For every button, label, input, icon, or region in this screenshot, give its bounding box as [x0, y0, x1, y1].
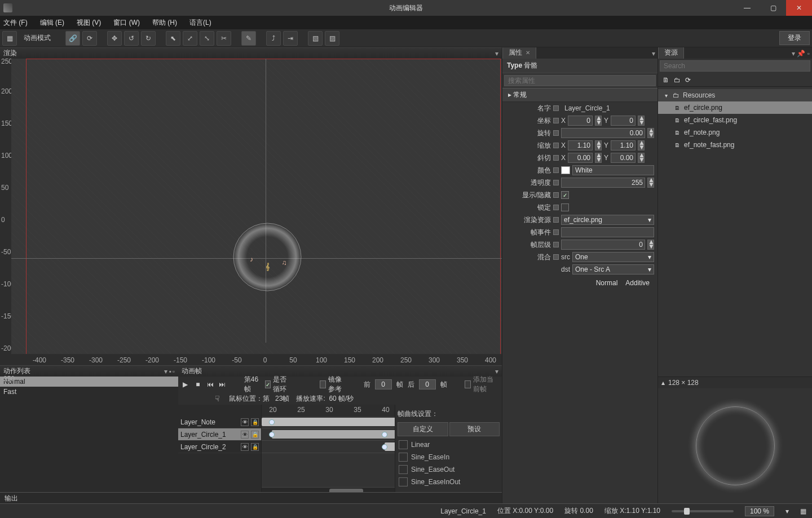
curve-tab-custom[interactable]: 自定义: [398, 422, 448, 436]
add-current-checkbox[interactable]: [465, 380, 471, 388]
zoom-value[interactable]: 100 %: [745, 506, 774, 516]
lock-icon[interactable]: 🔒: [251, 431, 259, 439]
curve-item[interactable]: Linear: [398, 439, 500, 451]
menu-window[interactable]: 窗口 (W): [113, 18, 140, 28]
chevron-down-icon[interactable]: ▾: [652, 50, 655, 57]
menu-language[interactable]: 语言(L): [189, 18, 211, 28]
folder-icon[interactable]: 🗀: [674, 76, 681, 84]
lock-icon[interactable]: 🔒: [251, 443, 259, 451]
viewport-canvas[interactable]: 𝄞 ♪ ♫ -400 -350 -300 -250 -200 -150 -100…: [11, 59, 502, 365]
spinner[interactable]: ▲▼: [595, 140, 602, 150]
rotate-cw-icon[interactable]: ↻: [141, 31, 156, 46]
group-general[interactable]: ▸ 常规: [502, 88, 657, 102]
blend-normal-button[interactable]: Normal: [593, 278, 621, 288]
close-icon[interactable]: ▫: [807, 50, 810, 57]
collapse-icon[interactable]: ▴: [661, 379, 665, 387]
chevron-down-icon[interactable]: ▾: [495, 368, 498, 375]
move-icon[interactable]: ✥: [107, 31, 122, 46]
chevron-down-icon[interactable]: ▾: [164, 368, 167, 375]
property-search[interactable]: [504, 75, 656, 86]
timeline-ruler[interactable]: 20 25 30 35 40 45 50 55 60 65: [262, 405, 395, 416]
spinner[interactable]: ▲▼: [638, 116, 645, 126]
cut-icon[interactable]: ✂: [217, 31, 231, 46]
frame-event-input[interactable]: [561, 227, 654, 237]
key-toggle[interactable]: [553, 217, 559, 223]
chevron-down-icon[interactable]: ▾: [495, 50, 498, 57]
next-frame-button[interactable]: ⏭: [219, 379, 227, 389]
menu-help[interactable]: 帮助 (H): [152, 18, 177, 28]
spinner[interactable]: ▲▼: [647, 128, 654, 138]
render-resource-select[interactable]: ef_circle.png▾: [561, 215, 654, 225]
menu-edit[interactable]: 编辑 (E): [40, 18, 64, 28]
toolbar-btn-new[interactable]: ▦: [2, 31, 17, 46]
rotate-ccw-icon[interactable]: ↺: [124, 31, 139, 46]
keyframe[interactable]: [269, 432, 275, 437]
key-toggle[interactable]: [553, 192, 559, 198]
layer-row[interactable]: Layer_Note👁🔒: [178, 416, 261, 428]
pin-icon[interactable]: 📌: [797, 50, 805, 57]
skew-x-input[interactable]: [568, 153, 593, 163]
key-toggle[interactable]: [553, 254, 559, 260]
tool-b-icon[interactable]: ⇥: [283, 31, 298, 46]
spinner[interactable]: ▲▼: [647, 240, 654, 250]
spinner[interactable]: ▲▼: [595, 116, 602, 126]
stop-button[interactable]: ■: [194, 379, 202, 389]
eye-icon[interactable]: 👁: [241, 443, 249, 451]
expand-icon[interactable]: ⤡: [200, 31, 214, 46]
minimize-button[interactable]: —: [734, 0, 760, 16]
lock-icon[interactable]: 🔒: [251, 418, 259, 426]
chevron-down-icon[interactable]: ▾: [792, 50, 795, 57]
action-item[interactable]: Fast: [0, 387, 178, 397]
tree-item[interactable]: 🗎ef_note_fast.png: [658, 139, 812, 151]
spinner[interactable]: ▲▼: [595, 153, 602, 163]
color-swatch[interactable]: [561, 166, 570, 174]
keyframe[interactable]: [382, 432, 387, 437]
close-icon[interactable]: ✕: [526, 50, 530, 56]
track-row[interactable]: [262, 416, 395, 428]
key-toggle[interactable]: [553, 180, 559, 185]
rotate-input[interactable]: [561, 128, 645, 138]
play-button[interactable]: ▶: [182, 379, 189, 389]
back-input[interactable]: [419, 379, 436, 389]
curve-tab-preset[interactable]: 预设: [449, 422, 500, 436]
opacity-input[interactable]: [561, 178, 645, 188]
zoom-slider[interactable]: [672, 510, 734, 512]
cursor-icon[interactable]: ⬉: [166, 31, 180, 46]
scale-x-input[interactable]: [568, 140, 593, 150]
link-icon[interactable]: 🔗: [65, 31, 80, 46]
tree-item[interactable]: 🗎ef_note.png: [658, 126, 812, 139]
spinner[interactable]: ▲▼: [647, 178, 654, 188]
blend-src-select[interactable]: One▾: [572, 252, 654, 262]
visibility-checkbox[interactable]: ✓: [561, 191, 569, 199]
eye-icon[interactable]: 👁: [241, 431, 249, 439]
lock-checkbox[interactable]: [561, 203, 569, 211]
keyframe[interactable]: [269, 419, 275, 425]
chevron-down-icon[interactable]: ▾: [785, 507, 789, 515]
front-input[interactable]: [375, 379, 392, 389]
layer-row[interactable]: Layer_Circle_1👁🔒: [178, 428, 261, 441]
layout-b-icon[interactable]: ▨: [325, 31, 339, 46]
layout-a-icon[interactable]: ▧: [308, 31, 323, 46]
tree-item[interactable]: 🗎ef_circle_fast.png: [658, 114, 812, 126]
prev-frame-button[interactable]: ⏮: [206, 379, 214, 389]
scale-y-input[interactable]: [611, 140, 636, 150]
key-toggle[interactable]: [553, 143, 559, 148]
color-select[interactable]: White: [572, 165, 654, 175]
key-toggle[interactable]: [553, 105, 559, 111]
key-toggle[interactable]: [553, 205, 559, 210]
maximize-button[interactable]: ▢: [760, 0, 786, 16]
tree-root[interactable]: ▾🗀Resources: [658, 89, 812, 101]
key-toggle[interactable]: [553, 229, 559, 235]
key-toggle[interactable]: [553, 167, 559, 173]
close-icon[interactable]: ▫: [173, 368, 175, 375]
resource-search[interactable]: [660, 60, 810, 72]
blend-dst-select[interactable]: One - Src A▾: [572, 264, 654, 275]
keyframe[interactable]: [382, 444, 387, 450]
layout-icon[interactable]: ▦: [800, 507, 806, 515]
pin-icon[interactable]: ▪: [169, 368, 171, 375]
layer-row[interactable]: Layer_Circle_2👁🔒: [178, 441, 261, 453]
action-item[interactable]: Normal: [0, 377, 178, 387]
eye-icon[interactable]: 👁: [241, 418, 249, 426]
coord-y-input[interactable]: [611, 116, 636, 126]
h-scrollbar[interactable]: [262, 487, 395, 492]
